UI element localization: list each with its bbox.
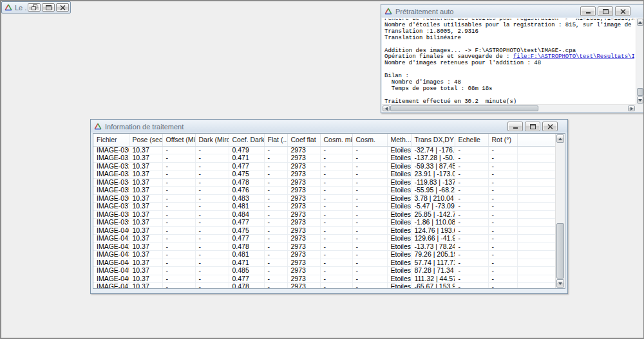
table-cell: 2973 <box>287 275 320 283</box>
iris-triangle-icon <box>5 4 13 12</box>
maximize-button[interactable] <box>525 122 540 131</box>
table-row[interactable]: IMAGE-036....10.37--0.483-2973--Etoiles3… <box>93 194 555 203</box>
log-line: Temps de pose total : 08m 18s <box>384 86 634 93</box>
table-cell: 0.478 <box>229 243 264 251</box>
column-header[interactable]: Dark (Miro... <box>195 134 229 146</box>
minimized-window-title: Le ... <box>15 4 26 12</box>
table-cell: 129.66 | -41.99 <box>411 235 455 243</box>
table-cell: 0.478 <box>229 178 264 187</box>
table-row[interactable]: IMAGE-030....10.37--0.479-2973--Etoiles-… <box>93 146 555 154</box>
table-cell: 10.37 <box>129 275 162 283</box>
table-cell: - <box>455 226 488 235</box>
column-header[interactable]: Offset (Mi... <box>162 134 195 146</box>
table-cell <box>517 267 555 275</box>
table-cell <box>517 210 555 219</box>
table-cell: - <box>488 283 517 289</box>
table-cell: 10.37 <box>129 235 162 243</box>
table-cell: - <box>195 170 229 179</box>
close-button[interactable] <box>56 3 69 12</box>
table-row[interactable]: IMAGE-047....10.37--0.478-2973--Etoiles-… <box>93 283 555 289</box>
table-cell: - <box>195 226 229 235</box>
table-cell: - <box>320 170 352 179</box>
column-header[interactable]: Flat (... <box>264 134 287 146</box>
table-row[interactable]: IMAGE-041....10.37--0.477-2973--Etoiles1… <box>93 235 555 243</box>
scroll-down-button[interactable] <box>556 279 564 288</box>
column-header[interactable]: Rot (°) <box>488 134 517 146</box>
minimized-window[interactable]: Le ... <box>1 1 71 14</box>
scroll-up-button[interactable] <box>637 19 643 26</box>
table-cell: IMAGE-045.... <box>93 267 129 275</box>
table-row[interactable]: IMAGE-039....10.37--0.477-2973--Etoiles-… <box>93 219 555 227</box>
column-header[interactable]: Echelle <box>455 134 488 146</box>
result-file-link[interactable]: file:F:\ASTROPHOTO\test\Resultats\IMAGE.… <box>513 53 634 60</box>
column-header[interactable]: Meth... <box>387 134 411 146</box>
table-cell: Etoiles <box>387 178 411 187</box>
table-row[interactable]: IMAGE-037....10.37--0.481-2973--Etoiles-… <box>93 203 555 211</box>
maximize-button[interactable] <box>42 3 55 12</box>
table-cell: IMAGE-035.... <box>93 187 129 195</box>
table-cell: Etoiles <box>387 259 411 267</box>
table-cell: - <box>195 146 229 154</box>
column-header[interactable]: Cosm. miroir <box>320 134 352 146</box>
horizontal-scroll-thumb[interactable] <box>390 105 538 111</box>
table-cell: Etoiles <box>387 219 411 227</box>
table-vertical-scrollbar[interactable] <box>555 134 565 288</box>
scroll-up-button[interactable] <box>556 134 564 143</box>
pretraitement-titlebar[interactable]: Prétraitement auto <box>381 5 644 17</box>
table-body: IMAGE-030....10.37--0.479-2973--Etoiles-… <box>93 146 555 288</box>
table-row[interactable]: IMAGE-034....10.37--0.478-2973--Etoiles-… <box>93 178 555 187</box>
table-cell: - <box>320 162 352 170</box>
table-row[interactable]: IMAGE-038....10.37--0.484-2973--Etoiles2… <box>93 210 555 219</box>
table-cell: - <box>162 275 195 283</box>
table-cell: - <box>162 226 195 235</box>
table-row[interactable]: IMAGE-031....10.37--0.471-2973--Etoiles-… <box>93 154 555 163</box>
table-cell: Etoiles <box>387 275 411 283</box>
table-cell: 0.477 <box>229 219 264 227</box>
restore-button[interactable] <box>28 3 41 12</box>
column-header[interactable] <box>517 134 555 146</box>
table-cell: - <box>488 251 517 259</box>
column-header[interactable]: Coef flat <box>287 134 320 146</box>
minimize-button[interactable] <box>507 122 523 131</box>
table-row[interactable]: IMAGE-032....10.37--0.477-2973--Etoiles-… <box>93 162 555 170</box>
table-row[interactable]: IMAGE-040....10.37--0.475-2973--Etoiles1… <box>93 226 555 235</box>
column-header[interactable]: Coef. Dark <box>229 134 264 146</box>
table-cell: 10.37 <box>129 178 162 187</box>
table-row[interactable]: IMAGE-033....10.37--0.475-2973--Etoiles2… <box>93 170 555 179</box>
scroll-right-button[interactable] <box>628 105 635 111</box>
column-header[interactable]: Fichier <box>93 134 129 146</box>
table-cell: 79.26 | 205.19 <box>411 251 455 259</box>
table-row[interactable]: IMAGE-045....10.37--0.485-2973--Etoiles8… <box>93 267 555 275</box>
information-titlebar[interactable]: Information de traitement <box>91 120 567 133</box>
scroll-down-button[interactable] <box>637 96 643 104</box>
vertical-scroll-thumb[interactable] <box>556 223 564 279</box>
table-cell: 2973 <box>287 210 320 219</box>
log-horizontal-scrollbar[interactable] <box>382 104 636 112</box>
table-row[interactable]: IMAGE-035....10.37--0.476-2973--Etoiles-… <box>93 187 555 195</box>
log-vertical-scrollbar[interactable] <box>636 18 644 104</box>
scroll-left-button[interactable] <box>383 105 390 111</box>
table-cell: IMAGE-047.... <box>93 283 129 289</box>
minimize-button[interactable] <box>580 6 596 16</box>
table-cell <box>517 243 555 251</box>
table-cell: - <box>455 219 488 227</box>
table-cell: - <box>162 251 195 259</box>
table-cell: - <box>352 187 387 195</box>
close-button[interactable] <box>615 6 630 16</box>
table-row[interactable]: IMAGE-044....10.37--0.471-2973--Etoiles5… <box>93 259 555 267</box>
maximize-button[interactable] <box>598 6 613 16</box>
table-cell: - <box>352 283 387 289</box>
table-cell: 10.37 <box>129 259 162 267</box>
table-cell: - <box>455 243 488 251</box>
table-cell: - <box>320 259 352 267</box>
column-header[interactable]: Trans DX,DY <box>411 134 455 146</box>
log-line: Translation bilinéaire <box>384 35 634 42</box>
column-header[interactable]: Pose (sec) <box>129 134 162 146</box>
table-cell: - <box>195 210 229 219</box>
table-row[interactable]: IMAGE-042....10.37--0.478-2973--Etoiles-… <box>93 243 555 251</box>
close-button[interactable] <box>542 122 558 131</box>
table-row[interactable]: IMAGE-046....10.37--0.477-2973--Etoiles1… <box>93 275 555 283</box>
table-row[interactable]: IMAGE-043....10.37--0.481-2973--Etoiles7… <box>93 251 555 259</box>
vertical-scroll-thumb[interactable] <box>637 88 643 96</box>
column-header[interactable]: Cosm. <box>352 134 387 146</box>
